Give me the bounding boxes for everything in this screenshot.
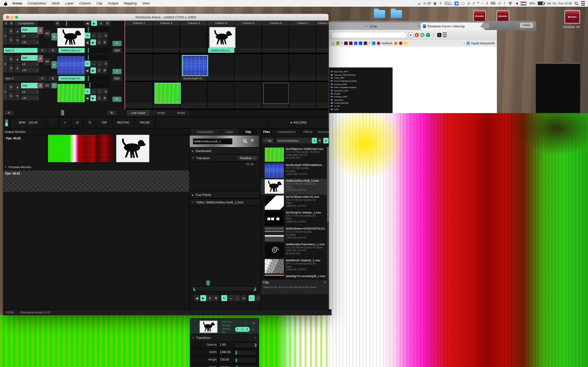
- layer-up-icon[interactable]: ▲: [15, 27, 20, 35]
- play-once-icon[interactable]: →: [97, 33, 102, 39]
- bpm-plus-button[interactable]: +: [59, 117, 71, 128]
- bookmark-icon[interactable]: [336, 42, 339, 45]
- file-row[interactable]: 0etd99vir0r-Station6_1.movDXV 3.0 Normal…: [261, 258, 327, 274]
- blend-mode-dropdown[interactable]: Add▾: [21, 83, 39, 88]
- blend-mode-dropdown[interactable]: Add▾: [21, 55, 39, 61]
- clip-label[interactable]: 0et6k1ms9uu-m...: [208, 48, 234, 53]
- tab-files[interactable]: Files: [261, 129, 272, 135]
- minimize-window-icon[interactable]: [10, 16, 14, 19]
- display-status-icon[interactable]: ▣: [433, 2, 437, 5]
- green-channel-button[interactable]: G: [240, 327, 245, 332]
- finder-file[interactable]: HeadsUp_MPG: [334, 83, 347, 85]
- finder-list-window[interactable]: BlackCube_MPG CityLoop_1780x1080.mov Cub…: [329, 67, 393, 117]
- windows-xp-icon[interactable]: ||Parallels: [564, 10, 580, 24]
- browser-tab[interactable]: ✕: [329, 23, 370, 30]
- audio-toggle[interactable]: A: [37, 55, 43, 62]
- bookmark-star-icon[interactable]: ☆: [402, 33, 405, 36]
- finder-file[interactable]: Neogen: [334, 92, 340, 95]
- lia-dropdown[interactable]: LIA▾: [21, 39, 39, 44]
- path-dropdown[interactable]: /Users/y/Desktop/...▾: [276, 138, 313, 143]
- layer-clip-name[interactable]: 0es3hu4njbf-VD...: [59, 76, 85, 81]
- tab-composition[interactable]: Composition: [190, 129, 220, 135]
- menu-app-name[interactable]: Arena: [12, 1, 22, 5]
- play-backward-button[interactable]: ◀: [85, 67, 90, 73]
- deck-a-button[interactable]: A: [312, 138, 317, 143]
- preview-monitor-header[interactable]: ▼Preview Monitor: [4, 165, 31, 169]
- layer-playhead-strip[interactable]: [85, 48, 109, 53]
- lit-dropdown[interactable]: Lit▾: [21, 33, 39, 39]
- menu-bar-clock[interactable]: okt. 24., Szo 15:56: [547, 2, 572, 5]
- menu-mapping[interactable]: Mapping: [124, 1, 137, 5]
- crossfader-handle[interactable]: [61, 110, 64, 115]
- audiovisual-toggle[interactable]: AV: [44, 30, 51, 37]
- layer-bypass-button[interactable]: B: [8, 27, 14, 35]
- restart-button[interactable]: R: [103, 95, 107, 101]
- clip-info-close-icon[interactable]: x: [322, 280, 327, 284]
- composition-play-button[interactable]: ▶: [91, 21, 97, 26]
- beat-snap-alt-button[interactable]: ÷: [255, 295, 261, 301]
- record-button[interactable]: ●RECORD: [268, 117, 329, 128]
- notification-bell-icon[interactable]: ◗: [482, 2, 484, 5]
- composition-b-button[interactable]: B: [9, 21, 14, 26]
- play-once-icon[interactable]: →: [234, 295, 240, 301]
- files-scrollbar[interactable]: [327, 147, 329, 279]
- layer-crossfade-a-button[interactable]: A: [37, 76, 47, 81]
- battery-icon[interactable]: [538, 1, 544, 5]
- cue-points-section-header[interactable]: ▶Cue Points: [190, 191, 259, 199]
- transform-menu-icon[interactable]: ≡: [254, 336, 256, 340]
- volume-icon[interactable]: ◀: [515, 2, 518, 5]
- restart-button[interactable]: R: [213, 295, 218, 301]
- clip-cell-blue-glitch[interactable]: [182, 55, 208, 76]
- remove-video-button[interactable]: x: [251, 320, 257, 325]
- chat-status-icon[interactable]: ❝: [477, 2, 479, 5]
- crossfader-b-button[interactable]: B: [107, 110, 116, 115]
- layer-clear-x-button[interactable]: X: [3, 55, 8, 73]
- bookmark-other-folder[interactable]: Egyéb könyvjelzők: [471, 42, 495, 45]
- column-header-8[interactable]: Column 8: [317, 21, 329, 25]
- time-machine-icon[interactable]: ◷: [498, 2, 501, 5]
- finder-file[interactable]: BlackCube_MPG: [334, 70, 348, 73]
- layer-bypass-button[interactable]: B: [8, 55, 14, 63]
- zoom-window-icon[interactable]: [15, 16, 18, 19]
- layer-active-clip-thumbnail[interactable]: [57, 56, 85, 75]
- bookmark-icon[interactable]: [372, 42, 375, 45]
- browser-tab-resolume-forum[interactable]: Resolume Forum • View top✕: [421, 23, 484, 30]
- deck-b-button[interactable]: B: [317, 138, 322, 143]
- play-forward-button[interactable]: ▶: [90, 39, 96, 45]
- hold-mode-icon[interactable]: ⇥: [103, 88, 108, 94]
- file-row[interactable]: 0es2i9fgmxm-VDMXclip3.movDXV 3.0 High Qu…: [261, 147, 327, 163]
- bookmark-icon[interactable]: [399, 42, 402, 45]
- record-status-icon[interactable]: ◎: [467, 2, 470, 5]
- window-titlebar[interactable]: Resolume Arena - untitled (7200 x 1080): [3, 14, 329, 21]
- tab-sources[interactable]: Sources: [316, 129, 331, 135]
- file-row[interactable]: 0etiai3gn7h-recording38_1.mov: [261, 274, 327, 279]
- play-once-icon[interactable]: →: [97, 61, 102, 67]
- layer-clear-x-button[interactable]: X: [3, 83, 8, 100]
- play-forward-button[interactable]: ▶: [90, 67, 96, 73]
- netbank-icon[interactable]: [377, 42, 380, 45]
- layer-down-icon[interactable]: ▼: [15, 92, 20, 100]
- restart-button[interactable]: R: [103, 39, 107, 45]
- bluetooth-icon[interactable]: ᛒ: [504, 2, 506, 5]
- loop-mode-icon[interactable]: ↻: [85, 61, 90, 67]
- alpha-channel-button[interactable]: A: [251, 327, 256, 332]
- video-section-header[interactable]: ▼Video: 0et6k1ms9uu-mui5_1.mov: [190, 199, 259, 206]
- bookmark-icon[interactable]: [359, 42, 362, 45]
- layer-solo-button[interactable]: S: [8, 64, 14, 73]
- column-header-5[interactable]: Column 5: [235, 21, 262, 25]
- hold-mode-icon[interactable]: ⇥: [103, 61, 108, 67]
- bpm-double-button[interactable]: *2: [84, 117, 96, 128]
- red-channel-button[interactable]: R: [235, 327, 240, 332]
- deck-tab-empty[interactable]: empty: [151, 110, 172, 116]
- layer-active-clip-thumbnail[interactable]: [57, 84, 85, 102]
- clip-cell-green-stripes[interactable]: [155, 83, 181, 104]
- parallels-status-icon[interactable]: ‖: [486, 2, 488, 5]
- audio-toggle[interactable]: A: [37, 83, 43, 88]
- close-window-icon[interactable]: [6, 16, 9, 19]
- bounce-mode-icon[interactable]: ↔: [91, 33, 96, 39]
- d-status-icon[interactable]: d: [473, 2, 475, 5]
- hold-mode-icon[interactable]: ⇥: [241, 295, 246, 301]
- bookmark-icon[interactable]: [364, 42, 367, 45]
- layer-solo-button[interactable]: S: [8, 36, 14, 44]
- layer-clip-name[interactable]: 0et6k1ms9uu-m...: [59, 48, 85, 53]
